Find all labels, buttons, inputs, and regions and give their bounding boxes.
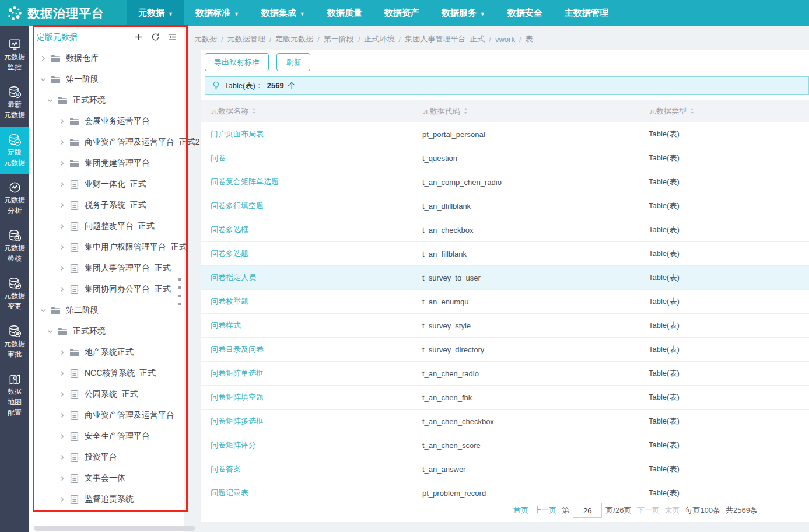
- tree-node[interactable]: 正式环境: [29, 321, 184, 342]
- metadata-name-link[interactable]: 问卷矩阵单选框: [201, 368, 422, 379]
- refresh-icon[interactable]: [150, 32, 160, 42]
- chevron-right-icon[interactable]: [58, 117, 66, 125]
- tree-node[interactable]: 第二阶段: [29, 300, 184, 321]
- tree-node[interactable]: 地产系统正式: [29, 342, 184, 363]
- plus-icon[interactable]: [134, 32, 143, 42]
- breadcrumb-item[interactable]: 集团人事管理平台_正式: [405, 34, 485, 44]
- chevron-right-icon[interactable]: [58, 474, 66, 482]
- tree-node[interactable]: NCC核算系统_正式: [29, 363, 184, 384]
- tree-node[interactable]: 文事会一体: [29, 468, 184, 489]
- nav-item-0[interactable]: 元数据▼: [127, 0, 184, 26]
- chevron-down-icon[interactable]: [46, 96, 54, 104]
- chevron-right-icon[interactable]: [58, 369, 66, 377]
- breadcrumb-item[interactable]: 定版元数据: [275, 34, 313, 44]
- pagination-next[interactable]: 下一页: [636, 505, 659, 516]
- metadata-name-link[interactable]: 问卷样式: [201, 320, 422, 331]
- tree-node[interactable]: 集团党建管理平台: [29, 153, 184, 174]
- metadata-name-link[interactable]: 问卷矩阵填空题: [201, 392, 422, 402]
- nav-item-6[interactable]: 数据安全: [496, 0, 554, 26]
- metadata-name-link[interactable]: 问卷复合矩阵单选题: [201, 177, 422, 187]
- tree-node[interactable]: 问题整改平台_正式: [29, 216, 184, 237]
- chevron-right-icon[interactable]: [58, 495, 66, 503]
- metadata-name-link[interactable]: 问卷目录及问卷: [201, 344, 422, 355]
- sort-carets-icon[interactable]: [461, 107, 470, 116]
- sidebar-item-metadata-analysis[interactable]: 元数据分析: [0, 174, 29, 222]
- metadata-name-link[interactable]: 问卷矩阵多选框: [201, 416, 422, 426]
- chevron-right-icon[interactable]: [58, 453, 66, 461]
- chevron-right-icon[interactable]: [58, 201, 66, 209]
- chevron-down-icon[interactable]: [39, 75, 47, 83]
- tree-node[interactable]: 安全生产管理平台: [29, 426, 184, 447]
- metadata-name-link[interactable]: 问卷多选题: [201, 249, 422, 259]
- sidebar-item-metadata-check[interactable]: 元数据检核: [0, 222, 29, 270]
- sidebar-item-metadata-change[interactable]: 元数据变更: [0, 270, 29, 318]
- pagination-page-input[interactable]: [573, 503, 602, 518]
- chevron-right-icon[interactable]: [58, 138, 66, 146]
- tree-node[interactable]: 税务子系统_正式: [29, 195, 184, 216]
- nav-item-2[interactable]: 数据集成▼: [250, 0, 316, 26]
- sidebar-item-metadata-approval[interactable]: 元数据审批: [0, 318, 29, 366]
- chevron-right-icon[interactable]: [58, 264, 66, 272]
- pagination-last[interactable]: 末页: [664, 505, 680, 516]
- sidebar-item-latest-metadata[interactable]: N最新元数据: [0, 79, 29, 127]
- breadcrumb-item[interactable]: 第一阶段: [324, 34, 354, 44]
- refresh-button[interactable]: 刷新: [276, 53, 310, 71]
- chevron-right-icon[interactable]: [58, 348, 66, 356]
- metadata-name-link[interactable]: 问题记录表: [201, 488, 422, 498]
- metadata-name-link[interactable]: 问卷指定人员: [201, 272, 422, 283]
- tree-node[interactable]: 监督追责系统: [29, 489, 184, 510]
- chevron-down-icon[interactable]: [39, 306, 47, 314]
- nav-item-1[interactable]: 数据标准▼: [184, 0, 250, 26]
- tree-node[interactable]: 集团人事管理平台_正式: [29, 258, 184, 279]
- chevron-right-icon[interactable]: [58, 180, 66, 188]
- tree-node[interactable]: 公园系统_正式: [29, 384, 184, 405]
- chevron-right-icon[interactable]: [58, 411, 66, 419]
- breadcrumb-item[interactable]: 元数据: [194, 34, 217, 44]
- column-header-code[interactable]: 元数据代码: [422, 106, 649, 117]
- chevron-down-icon[interactable]: [46, 327, 54, 335]
- breadcrumb-item[interactable]: 正式环境: [365, 34, 395, 44]
- sidebar-item-versioned-metadata[interactable]: 定版元数据: [0, 127, 29, 174]
- breadcrumb-item[interactable]: 表: [526, 34, 533, 44]
- metadata-name-link[interactable]: 问卷枚举题: [201, 296, 422, 307]
- tree-node[interactable]: 会展业务运营平台: [29, 111, 184, 132]
- column-header-name[interactable]: 元数据名称: [201, 106, 422, 117]
- chevron-right-icon[interactable]: [58, 159, 66, 167]
- breadcrumb-item[interactable]: vwork: [495, 35, 515, 44]
- tree-node[interactable]: 数据仓库: [29, 48, 184, 69]
- metadata-name-link[interactable]: 问卷多选框: [201, 225, 422, 235]
- pagination-prev[interactable]: 上一页: [534, 505, 556, 516]
- chevron-right-icon[interactable]: [58, 222, 66, 230]
- export-mapping-button[interactable]: 导出映射标准: [205, 53, 269, 71]
- chevron-right-icon[interactable]: [58, 285, 66, 293]
- chevron-right-icon[interactable]: [58, 390, 66, 398]
- sort-carets-icon[interactable]: [250, 107, 258, 116]
- panel-resize-handle[interactable]: [178, 278, 181, 305]
- sidebar-item-metadata-monitor[interactable]: 元数据监控: [0, 31, 29, 79]
- tree-node[interactable]: 集中用户权限管理平台_正式: [29, 237, 184, 258]
- metadata-name-link[interactable]: 问卷: [201, 153, 422, 163]
- tree-node[interactable]: 第一阶段: [29, 69, 184, 90]
- metadata-name-link[interactable]: 问卷多行填空题: [201, 201, 422, 211]
- column-header-type[interactable]: 元数据类型: [649, 106, 809, 117]
- metadata-name-link[interactable]: 门户页面布局表: [201, 129, 422, 139]
- tree-node[interactable]: 正式环境: [29, 90, 184, 111]
- sort-carets-icon[interactable]: [688, 107, 696, 116]
- breadcrumb-item[interactable]: 元数据管理: [227, 34, 265, 44]
- nav-item-5[interactable]: 数据服务▼: [430, 0, 496, 26]
- collapse-tree-icon[interactable]: [167, 32, 177, 42]
- tree-node[interactable]: 业财一体化_正式: [29, 174, 184, 195]
- tree-node[interactable]: 商业资产管理及运营平台_正式2: [29, 132, 184, 153]
- sidebar-item-data-map-config[interactable]: 数据地图配置: [0, 366, 29, 424]
- chevron-right-icon[interactable]: [58, 432, 66, 440]
- tree-node[interactable]: 集团协同办公平台_正式: [29, 279, 184, 300]
- tree-node[interactable]: 商业资产管理及运营平台: [29, 405, 184, 426]
- chevron-right-icon[interactable]: [39, 54, 47, 62]
- nav-item-4[interactable]: 数据资产: [373, 0, 430, 26]
- tree-node[interactable]: 投资平台: [29, 447, 184, 468]
- nav-item-7[interactable]: 主数据管理: [554, 0, 619, 26]
- tree-horizontal-scrollbar[interactable]: [34, 526, 195, 531]
- chevron-right-icon[interactable]: [58, 243, 66, 251]
- metadata-name-link[interactable]: 问卷矩阵评分: [201, 440, 422, 450]
- metadata-name-link[interactable]: 问卷答案: [201, 464, 422, 474]
